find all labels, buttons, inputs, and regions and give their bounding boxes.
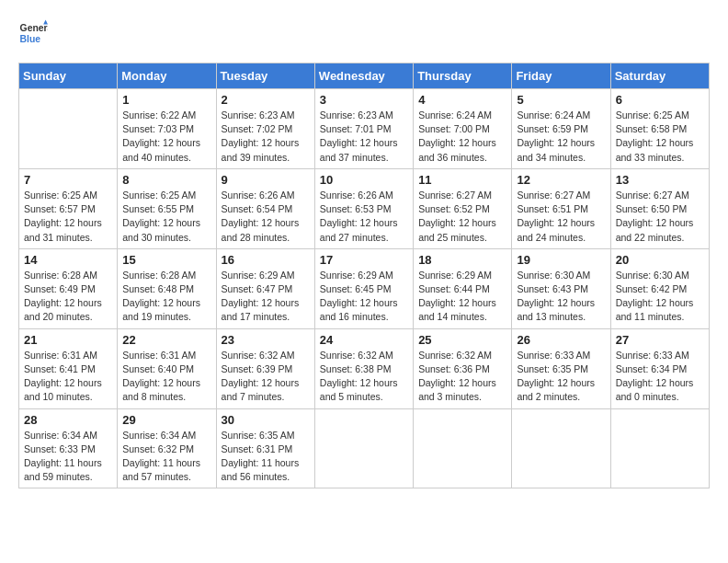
calendar-day-cell: 10Sunrise: 6:26 AM Sunset: 6:53 PM Dayli…: [314, 168, 413, 248]
day-number: 6: [616, 93, 704, 107]
day-number: 16: [222, 253, 310, 267]
day-number: 28: [24, 413, 112, 427]
weekday-header: Tuesday: [216, 63, 314, 89]
calendar-day-cell: [610, 408, 709, 488]
day-info: Sunrise: 6:28 AM Sunset: 6:49 PM Dayligh…: [24, 269, 112, 325]
day-info: Sunrise: 6:24 AM Sunset: 6:59 PM Dayligh…: [517, 109, 605, 165]
day-number: 26: [517, 333, 605, 347]
calendar-day-cell: 28Sunrise: 6:34 AM Sunset: 6:33 PM Dayli…: [19, 408, 118, 488]
day-number: 17: [320, 253, 408, 267]
calendar-day-cell: 6Sunrise: 6:25 AM Sunset: 6:58 PM Daylig…: [610, 89, 709, 169]
calendar-day-cell: 20Sunrise: 6:30 AM Sunset: 6:42 PM Dayli…: [610, 248, 709, 328]
day-number: 1: [122, 93, 210, 107]
calendar-day-cell: 14Sunrise: 6:28 AM Sunset: 6:49 PM Dayli…: [19, 248, 118, 328]
weekday-header: Friday: [512, 63, 610, 89]
day-info: Sunrise: 6:32 AM Sunset: 6:39 PM Dayligh…: [222, 349, 310, 405]
calendar-day-cell: 16Sunrise: 6:29 AM Sunset: 6:47 PM Dayli…: [216, 248, 314, 328]
day-info: Sunrise: 6:30 AM Sunset: 6:43 PM Dayligh…: [517, 269, 605, 325]
day-number: 7: [24, 173, 112, 187]
calendar-body: 1Sunrise: 6:22 AM Sunset: 7:03 PM Daylig…: [19, 89, 710, 488]
day-number: 15: [122, 253, 210, 267]
calendar-day-cell: 22Sunrise: 6:31 AM Sunset: 6:40 PM Dayli…: [118, 328, 216, 408]
day-info: Sunrise: 6:29 AM Sunset: 6:45 PM Dayligh…: [320, 269, 408, 325]
calendar-table: SundayMondayTuesdayWednesdayThursdayFrid…: [18, 63, 710, 488]
svg-marker-2: [43, 20, 48, 25]
day-info: Sunrise: 6:33 AM Sunset: 6:34 PM Dayligh…: [616, 349, 704, 405]
day-info: Sunrise: 6:29 AM Sunset: 6:47 PM Dayligh…: [222, 269, 310, 325]
day-info: Sunrise: 6:24 AM Sunset: 7:00 PM Dayligh…: [418, 109, 506, 165]
svg-text:General: General: [20, 23, 48, 33]
day-number: 9: [222, 173, 310, 187]
day-number: 11: [418, 173, 506, 187]
calendar-week-row: 7Sunrise: 6:25 AM Sunset: 6:57 PM Daylig…: [19, 168, 710, 248]
day-number: 22: [122, 333, 210, 347]
day-number: 3: [320, 93, 408, 107]
calendar-day-cell: 25Sunrise: 6:32 AM Sunset: 6:36 PM Dayli…: [414, 328, 512, 408]
weekday-header: Sunday: [19, 63, 118, 89]
day-info: Sunrise: 6:23 AM Sunset: 7:02 PM Dayligh…: [222, 109, 310, 165]
calendar-day-cell: 12Sunrise: 6:27 AM Sunset: 6:51 PM Dayli…: [512, 168, 610, 248]
calendar-day-cell: 4Sunrise: 6:24 AM Sunset: 7:00 PM Daylig…: [414, 89, 512, 169]
calendar-day-cell: 19Sunrise: 6:30 AM Sunset: 6:43 PM Dayli…: [512, 248, 610, 328]
calendar-day-cell: 21Sunrise: 6:31 AM Sunset: 6:41 PM Dayli…: [19, 328, 118, 408]
calendar-day-cell: 18Sunrise: 6:29 AM Sunset: 6:44 PM Dayli…: [414, 248, 512, 328]
day-number: 23: [222, 333, 310, 347]
calendar-day-cell: 11Sunrise: 6:27 AM Sunset: 6:52 PM Dayli…: [414, 168, 512, 248]
logo-icon: General Blue: [18, 18, 48, 48]
svg-text:Blue: Blue: [20, 34, 41, 44]
calendar-day-cell: 27Sunrise: 6:33 AM Sunset: 6:34 PM Dayli…: [610, 328, 709, 408]
day-info: Sunrise: 6:32 AM Sunset: 6:36 PM Dayligh…: [418, 349, 506, 405]
day-number: 2: [222, 93, 310, 107]
day-info: Sunrise: 6:27 AM Sunset: 6:52 PM Dayligh…: [418, 189, 506, 245]
calendar-day-cell: 17Sunrise: 6:29 AM Sunset: 6:45 PM Dayli…: [314, 248, 413, 328]
day-info: Sunrise: 6:28 AM Sunset: 6:48 PM Dayligh…: [122, 269, 210, 325]
calendar-day-cell: [314, 408, 413, 488]
day-info: Sunrise: 6:22 AM Sunset: 7:03 PM Dayligh…: [122, 109, 210, 165]
day-number: 25: [418, 333, 506, 347]
calendar-day-cell: 15Sunrise: 6:28 AM Sunset: 6:48 PM Dayli…: [118, 248, 216, 328]
day-number: 14: [24, 253, 112, 267]
day-number: 21: [24, 333, 112, 347]
day-info: Sunrise: 6:35 AM Sunset: 6:31 PM Dayligh…: [222, 429, 310, 485]
day-number: 29: [122, 413, 210, 427]
day-info: Sunrise: 6:23 AM Sunset: 7:01 PM Dayligh…: [320, 109, 408, 165]
calendar-day-cell: 8Sunrise: 6:25 AM Sunset: 6:55 PM Daylig…: [118, 168, 216, 248]
day-info: Sunrise: 6:32 AM Sunset: 6:38 PM Dayligh…: [320, 349, 408, 405]
day-number: 12: [517, 173, 605, 187]
day-info: Sunrise: 6:34 AM Sunset: 6:33 PM Dayligh…: [24, 429, 112, 485]
calendar-day-cell: 26Sunrise: 6:33 AM Sunset: 6:35 PM Dayli…: [512, 328, 610, 408]
day-info: Sunrise: 6:25 AM Sunset: 6:57 PM Dayligh…: [24, 189, 112, 245]
calendar-day-cell: 1Sunrise: 6:22 AM Sunset: 7:03 PM Daylig…: [118, 89, 216, 169]
day-number: 27: [616, 333, 704, 347]
day-info: Sunrise: 6:34 AM Sunset: 6:32 PM Dayligh…: [122, 429, 210, 485]
day-info: Sunrise: 6:31 AM Sunset: 6:40 PM Dayligh…: [122, 349, 210, 405]
calendar-day-cell: 3Sunrise: 6:23 AM Sunset: 7:01 PM Daylig…: [314, 89, 413, 169]
day-number: 24: [320, 333, 408, 347]
page-header: General Blue: [18, 18, 710, 48]
calendar-day-cell: 30Sunrise: 6:35 AM Sunset: 6:31 PM Dayli…: [216, 408, 314, 488]
calendar-day-cell: 7Sunrise: 6:25 AM Sunset: 6:57 PM Daylig…: [19, 168, 118, 248]
calendar-week-row: 28Sunrise: 6:34 AM Sunset: 6:33 PM Dayli…: [19, 408, 710, 488]
day-number: 5: [517, 93, 605, 107]
calendar-day-cell: 24Sunrise: 6:32 AM Sunset: 6:38 PM Dayli…: [314, 328, 413, 408]
day-number: 18: [418, 253, 506, 267]
calendar-week-row: 21Sunrise: 6:31 AM Sunset: 6:41 PM Dayli…: [19, 328, 710, 408]
logo: General Blue: [18, 18, 51, 48]
day-info: Sunrise: 6:31 AM Sunset: 6:41 PM Dayligh…: [24, 349, 112, 405]
calendar-day-cell: 29Sunrise: 6:34 AM Sunset: 6:32 PM Dayli…: [118, 408, 216, 488]
weekday-header: Monday: [118, 63, 216, 89]
calendar-day-cell: 13Sunrise: 6:27 AM Sunset: 6:50 PM Dayli…: [610, 168, 709, 248]
calendar-day-cell: [414, 408, 512, 488]
day-number: 30: [222, 413, 310, 427]
day-number: 10: [320, 173, 408, 187]
weekday-header: Wednesday: [314, 63, 413, 89]
day-number: 13: [616, 173, 704, 187]
day-number: 20: [616, 253, 704, 267]
weekday-header: Thursday: [414, 63, 512, 89]
day-info: Sunrise: 6:25 AM Sunset: 6:58 PM Dayligh…: [616, 109, 704, 165]
calendar-day-cell: 2Sunrise: 6:23 AM Sunset: 7:02 PM Daylig…: [216, 89, 314, 169]
calendar-day-cell: 9Sunrise: 6:26 AM Sunset: 6:54 PM Daylig…: [216, 168, 314, 248]
day-info: Sunrise: 6:26 AM Sunset: 6:53 PM Dayligh…: [320, 189, 408, 245]
day-number: 4: [418, 93, 506, 107]
day-info: Sunrise: 6:26 AM Sunset: 6:54 PM Dayligh…: [222, 189, 310, 245]
